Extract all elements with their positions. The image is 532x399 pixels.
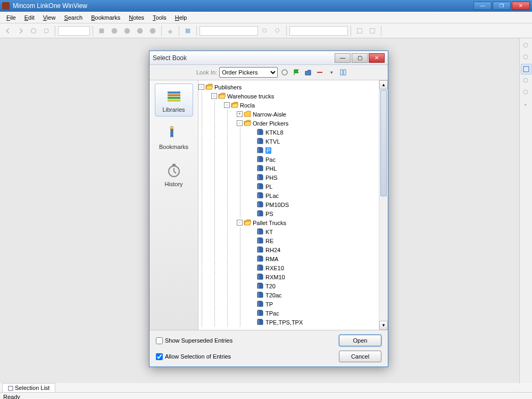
toolbar-misc1-icon[interactable] <box>354 25 365 37</box>
toolbar-zoomout-icon[interactable] <box>272 25 284 37</box>
tree-node-rxm10[interactable]: RXM10 <box>198 272 388 281</box>
tree-node-re[interactable]: RE <box>198 236 388 245</box>
svg-rect-10 <box>358 28 362 33</box>
book-icon <box>256 273 264 281</box>
toolbar-home-icon[interactable] <box>40 25 52 37</box>
tree-node-pallet-trucks[interactable]: -Pallet Trucks <box>198 218 388 227</box>
tree-node-order-pickers[interactable]: -Order Pickers <box>198 119 388 128</box>
tree-node-publishers[interactable]: -Publishers <box>198 82 388 92</box>
sidebar-bookmarks[interactable]: Bookmarks <box>155 121 193 154</box>
right-arrow-icon[interactable]: ▸ <box>521 99 531 110</box>
minus-flag-icon[interactable] <box>315 68 325 77</box>
toolbar-book-icon[interactable] <box>182 25 194 37</box>
tree-node-ps[interactable]: PS <box>198 209 388 218</box>
toolbar-up-icon[interactable] <box>109 25 120 37</box>
open-button[interactable]: Open <box>339 335 381 346</box>
expand-toggle[interactable]: - <box>224 102 230 108</box>
menu-notes[interactable]: Notes <box>124 13 148 22</box>
tree-node-t20ac[interactable]: T20ac <box>198 290 388 300</box>
tree-node-ktvl[interactable]: KTVL <box>198 137 388 146</box>
menu-edit[interactable]: Edit <box>20 13 39 22</box>
tree-node-rh24[interactable]: RH24 <box>198 245 388 254</box>
tree-node-rocla[interactable]: -Rocla <box>198 101 388 110</box>
toolbar-misc2-icon[interactable] <box>367 25 378 37</box>
minimize-button[interactable]: — <box>473 2 492 10</box>
menu-tools[interactable]: Tools <box>148 13 171 22</box>
maximize-button[interactable]: ❐ <box>493 2 511 10</box>
svg-point-16 <box>523 90 528 94</box>
book-icon <box>256 237 264 245</box>
expand-toggle[interactable]: - <box>237 120 243 126</box>
view-icon[interactable] <box>338 68 348 77</box>
expand-toggle[interactable]: - <box>237 220 243 226</box>
toolbar-dropdown-3[interactable] <box>289 26 348 36</box>
toolbar-zoomin-icon[interactable] <box>259 25 271 37</box>
toolbar-next-icon[interactable] <box>147 25 159 37</box>
expand-toggle[interactable]: + <box>237 111 243 117</box>
right-fit-icon[interactable] <box>521 64 531 74</box>
tree-node-phs[interactable]: PHS <box>198 173 388 182</box>
tree-node-plac[interactable]: PLac <box>198 191 388 200</box>
tree-view[interactable]: -Publishers-Warehouse trucks-Rocla+Narro… <box>198 80 388 330</box>
up-folder-icon[interactable] <box>303 68 313 77</box>
tree-scrollbar[interactable]: ▲ ▼ <box>379 80 388 330</box>
tree-node-pm10ds[interactable]: PM10DS <box>198 200 388 209</box>
dialog-close-button[interactable]: ✕ <box>369 53 385 63</box>
dialog-maximize-button[interactable]: ▢ <box>352 53 368 63</box>
menu-view[interactable]: View <box>39 13 60 22</box>
toolbar-dropdown-2[interactable] <box>200 26 258 36</box>
menu-search[interactable]: Search <box>60 13 87 22</box>
tree-node-pl[interactable]: PL <box>198 182 388 191</box>
expand-toggle[interactable]: - <box>198 84 204 90</box>
right-zoom-icon[interactable] <box>521 40 531 51</box>
tree-node-pac[interactable]: Pac <box>198 155 388 164</box>
lookin-select[interactable]: Order Pickers <box>219 67 278 78</box>
window-titlebar: Mincom LinkOne WinView — ❐ ✕ <box>0 0 532 12</box>
dialog-toolbar: Look In: Order Pickers ▼ <box>149 65 388 80</box>
toolbar-stop-icon[interactable] <box>96 25 107 37</box>
toolbar-refresh-icon[interactable] <box>28 25 39 37</box>
sidebar-history[interactable]: History <box>155 158 193 191</box>
toolbar-down-icon[interactable] <box>121 25 133 37</box>
cancel-button[interactable]: Cancel <box>339 351 381 362</box>
tree-node-p[interactable]: P <box>198 146 388 155</box>
tree-node-narrow-aisle[interactable]: +Narrow-Aisle <box>198 110 388 119</box>
right-zoom2-icon[interactable] <box>521 52 531 63</box>
refresh-icon[interactable] <box>280 68 289 77</box>
allow-selection-checkbox[interactable]: Allow Selection of Entries <box>156 353 231 360</box>
toolbar-forward-icon[interactable] <box>15 25 27 37</box>
menu-bookmarks[interactable]: Bookmarks <box>87 13 124 22</box>
tree-node-kt[interactable]: KT <box>198 227 388 236</box>
toolbar-dropdown-1[interactable] <box>58 26 90 36</box>
menu-file[interactable]: File <box>2 13 20 22</box>
plus-flag-icon[interactable] <box>292 68 301 77</box>
tree-node-ktkl8[interactable]: KTKL8 <box>198 128 388 137</box>
book-icon <box>256 282 264 290</box>
expand-toggle[interactable]: - <box>211 93 217 99</box>
scroll-thumb[interactable] <box>380 90 387 196</box>
chevron-down-icon[interactable]: ▼ <box>327 68 336 77</box>
toolbar-back-icon[interactable] <box>2 25 14 37</box>
sidebar-libraries[interactable]: Libraries <box>155 84 193 117</box>
dialog-minimize-button[interactable]: — <box>335 53 351 63</box>
tree-node-tp[interactable]: TP <box>198 300 388 309</box>
tree-node-rxe10[interactable]: RXE10 <box>198 263 388 272</box>
toolbar-eraser-icon[interactable] <box>164 25 176 37</box>
scroll-down-button[interactable]: ▼ <box>379 321 388 330</box>
toolbar-prev-icon[interactable] <box>134 25 146 37</box>
tree-node-rma[interactable]: RMA <box>198 254 388 263</box>
tree-node-phl[interactable]: PHL <box>198 164 388 173</box>
tree-node-tpe-tps-tpx[interactable]: TPE,TPS,TPX <box>198 318 388 327</box>
book-icon <box>256 138 264 145</box>
menu-help[interactable]: Help <box>171 13 192 22</box>
close-button[interactable]: ✕ <box>512 2 530 10</box>
dialog-titlebar[interactable]: Select Book — ▢ ✕ <box>149 51 388 65</box>
tree-node-warehouse-trucks[interactable]: -Warehouse trucks <box>198 92 388 101</box>
selection-list-tab[interactable]: Selection List <box>2 383 55 392</box>
tree-node-t20[interactable]: T20 <box>198 281 388 290</box>
scroll-up-button[interactable]: ▲ <box>379 80 388 89</box>
right-zoom4-icon[interactable] <box>521 87 531 98</box>
tree-node-tpac[interactable]: TPac <box>198 309 388 318</box>
right-zoom3-icon[interactable] <box>521 76 531 86</box>
show-superseded-checkbox[interactable]: Show Superseded Entries <box>156 337 232 344</box>
